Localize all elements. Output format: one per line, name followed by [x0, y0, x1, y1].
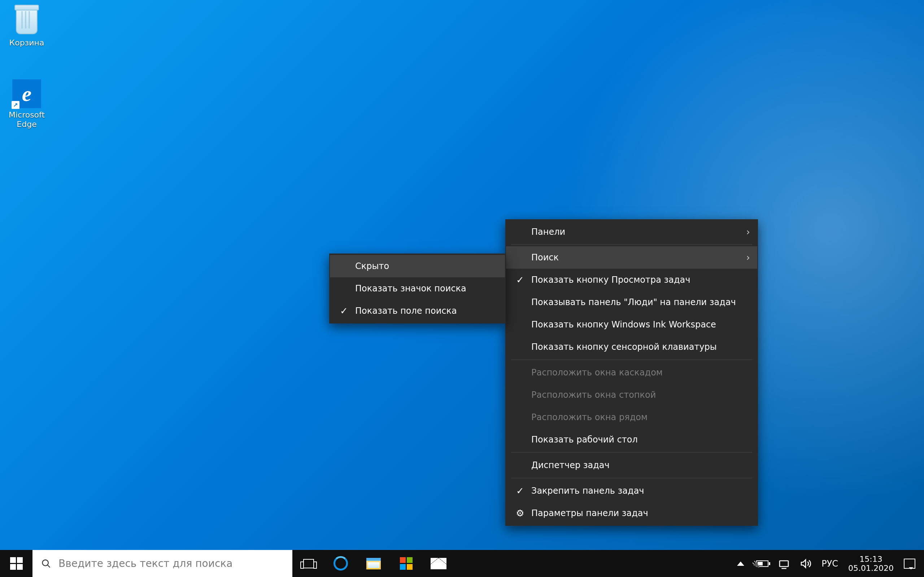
menu-stack-windows: Расположить окна стопкой	[506, 384, 757, 406]
submenu-show-search-box[interactable]: ✓ Показать поле поиска	[330, 300, 505, 322]
menu-label: Показать кнопку Просмотра задач	[531, 275, 690, 285]
submenu-hidden[interactable]: Скрыто	[330, 255, 505, 277]
svg-marker-4	[801, 560, 806, 567]
desktop-recycle-bin[interactable]: Корзина	[5, 7, 48, 48]
tray-language-button[interactable]: РУС	[816, 559, 843, 569]
check-icon: ✓	[338, 305, 350, 316]
clock-date: 05.01.2020	[848, 564, 894, 573]
menu-separator	[511, 478, 752, 478]
tray-battery-button[interactable]: 🔌	[751, 561, 773, 567]
menu-label: Показать кнопку Windows Ink Workspace	[531, 319, 716, 330]
taskbar-app-edge[interactable]	[325, 550, 357, 577]
taskbar-search-box[interactable]: Введите здесь текст для поиска	[32, 550, 292, 577]
chevron-up-icon	[737, 561, 744, 566]
action-center-icon	[904, 559, 915, 569]
tray-overflow-button[interactable]	[730, 561, 751, 566]
menu-label: Расположить окна каскадом	[531, 367, 663, 377]
taskbar-context-menu: Панели › Поиск › ✓ Показать кнопку Просм…	[505, 219, 758, 526]
menu-cascade-windows: Расположить окна каскадом	[506, 361, 757, 384]
task-view-button[interactable]	[292, 550, 325, 577]
menu-search[interactable]: Поиск ›	[506, 246, 757, 269]
search-icon	[41, 559, 51, 569]
mail-icon	[431, 558, 446, 569]
check-icon: ✓	[514, 485, 526, 496]
start-button[interactable]	[0, 550, 32, 577]
taskbar-app-explorer[interactable]	[357, 550, 390, 577]
menu-label: Параметры панели задач	[531, 508, 648, 518]
search-placeholder: Введите здесь текст для поиска	[58, 558, 233, 569]
menu-side-by-side: Расположить окна рядом	[506, 406, 757, 429]
menu-separator	[511, 452, 752, 453]
windows-logo-icon	[10, 557, 23, 570]
clock-time: 15:13	[859, 554, 882, 564]
menu-separator	[511, 359, 752, 360]
tray-network-button[interactable]	[773, 558, 795, 569]
edge-icon	[333, 556, 348, 571]
volume-icon	[800, 558, 811, 569]
edge-icon: e ↗	[12, 79, 41, 108]
battery-charging-icon: 🔌	[756, 561, 769, 567]
file-explorer-icon	[366, 558, 381, 569]
desktop-icon-label: Корзина	[5, 38, 48, 48]
menu-lock-taskbar[interactable]: ✓ Закрепить панель задач	[506, 480, 757, 502]
gear-icon: ⚙	[514, 508, 526, 519]
svg-point-0	[43, 560, 48, 566]
network-icon	[778, 558, 790, 569]
system-tray: 🔌 РУС 15:13 05.01.2020	[730, 550, 924, 577]
tray-volume-button[interactable]	[795, 558, 816, 569]
menu-label: Расположить окна стопкой	[531, 390, 656, 400]
desktop-edge-shortcut[interactable]: e ↗ Microsoft Edge	[5, 79, 48, 129]
tray-clock[interactable]: 15:13 05.01.2020	[843, 554, 899, 573]
recycle-bin-icon	[16, 9, 37, 34]
task-view-icon	[303, 559, 314, 568]
taskbar-spacer	[455, 550, 730, 577]
menu-show-people[interactable]: Показывать панель "Люди" на панели задач	[506, 291, 757, 313]
menu-label: Показать значок поиска	[355, 284, 466, 293]
search-submenu: Скрыто Показать значок поиска ✓ Показать…	[329, 253, 506, 324]
microsoft-store-icon	[400, 557, 412, 570]
menu-label: Показать рабочий стол	[531, 435, 638, 445]
menu-taskbar-settings[interactable]: ⚙ Параметры панели задач	[506, 502, 757, 524]
menu-label: Диспетчер задач	[531, 460, 610, 470]
shortcut-overlay-icon: ↗	[11, 101, 19, 109]
menu-separator	[511, 245, 752, 245]
chevron-right-icon: ›	[746, 226, 750, 237]
menu-show-ink-workspace[interactable]: Показать кнопку Windows Ink Workspace	[506, 313, 757, 336]
menu-label: Показывать панель "Люди" на панели задач	[531, 297, 736, 307]
menu-toolbars[interactable]: Панели ›	[506, 221, 757, 243]
menu-show-task-view[interactable]: ✓ Показать кнопку Просмотра задач	[506, 269, 757, 291]
menu-label: Показать поле поиска	[355, 306, 457, 316]
menu-label: Панели	[531, 227, 565, 237]
submenu-show-search-icon[interactable]: Показать значок поиска	[330, 277, 505, 300]
check-icon: ✓	[514, 274, 526, 285]
menu-task-manager[interactable]: Диспетчер задач	[506, 454, 757, 476]
svg-rect-2	[780, 561, 788, 567]
svg-line-1	[48, 565, 50, 567]
menu-show-desktop[interactable]: Показать рабочий стол	[506, 429, 757, 451]
menu-show-touch-keyboard[interactable]: Показать кнопку сенсорной клавиатуры	[506, 336, 757, 358]
taskbar: Введите здесь текст для поиска 🔌 РУС 15	[0, 550, 924, 577]
menu-label: Показать кнопку сенсорной клавиатуры	[531, 342, 717, 352]
menu-label: Закрепить панель задач	[531, 486, 644, 496]
language-code: РУС	[822, 559, 838, 569]
tray-action-center-button[interactable]	[899, 559, 921, 569]
menu-label: Расположить окна рядом	[531, 412, 648, 422]
taskbar-app-mail[interactable]	[422, 550, 455, 577]
menu-label: Скрыто	[355, 261, 389, 271]
chevron-right-icon: ›	[746, 252, 750, 263]
taskbar-app-store[interactable]	[390, 550, 422, 577]
desktop-icon-label: Microsoft Edge	[5, 110, 48, 129]
menu-label: Поиск	[531, 253, 559, 263]
